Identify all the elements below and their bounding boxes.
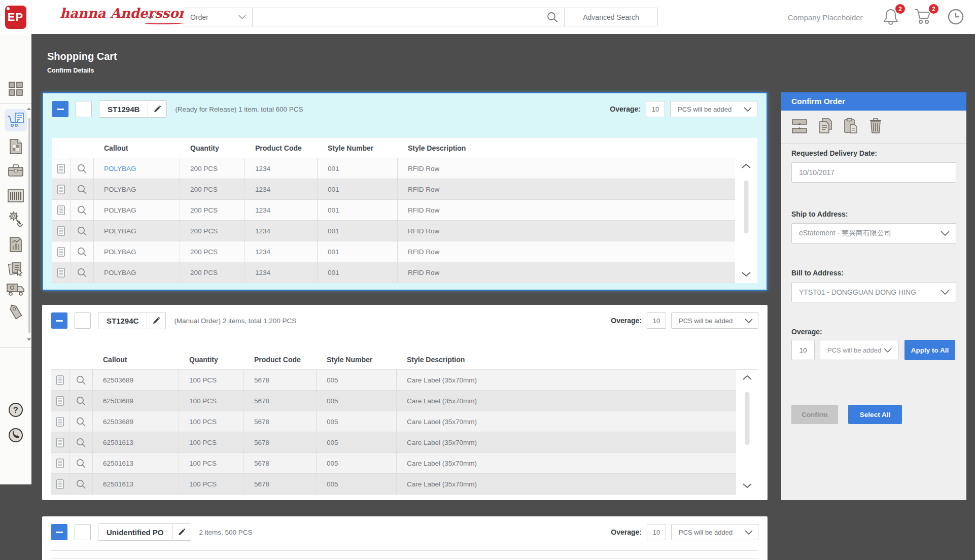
select-all-button[interactable]: Select All bbox=[848, 405, 902, 424]
row-document-icon[interactable] bbox=[56, 396, 64, 406]
edit-po-icon[interactable] bbox=[148, 105, 166, 113]
row-search-icon[interactable] bbox=[76, 438, 86, 447]
scroll-up-icon[interactable] bbox=[742, 163, 751, 168]
row-document-icon[interactable] bbox=[57, 205, 65, 215]
cart-items-table: CalloutQuantityProduct CodeStyle NumberS… bbox=[51, 349, 758, 495]
sidebar-item-shopping-cart[interactable] bbox=[5, 109, 27, 131]
po-number-field[interactable]: ST1294B bbox=[99, 100, 167, 118]
row-document-icon[interactable] bbox=[57, 164, 65, 173]
delete-icon[interactable] bbox=[868, 118, 883, 135]
search-input[interactable] bbox=[253, 8, 541, 26]
confirm-button[interactable]: Confirm bbox=[791, 405, 838, 424]
row-document-icon[interactable] bbox=[56, 438, 64, 447]
paste-icon[interactable] bbox=[843, 118, 858, 135]
search-icon[interactable] bbox=[541, 8, 564, 26]
scroll-down-icon[interactable] bbox=[742, 272, 751, 277]
table-scrollbar[interactable] bbox=[736, 370, 758, 495]
collapse-cart-button[interactable] bbox=[52, 101, 68, 117]
scrollbar-thumb[interactable] bbox=[745, 392, 750, 445]
po-number-field[interactable]: ST1294C bbox=[98, 312, 166, 329]
row-document-icon[interactable] bbox=[56, 459, 64, 468]
tag-icon bbox=[7, 304, 25, 323]
overage-unit-select[interactable]: PCS will be added bbox=[671, 312, 758, 329]
row-document-icon[interactable] bbox=[56, 417, 64, 427]
cart-select-checkbox[interactable] bbox=[75, 312, 91, 329]
row-document-icon[interactable] bbox=[57, 185, 65, 194]
overage-input[interactable] bbox=[647, 524, 666, 540]
app-logo[interactable]: EP bbox=[0, 0, 31, 34]
overage-input[interactable] bbox=[647, 312, 666, 329]
edit-po-icon[interactable] bbox=[147, 317, 165, 325]
cart-select-checkbox[interactable] bbox=[76, 101, 92, 117]
row-search-icon[interactable] bbox=[76, 396, 86, 406]
overage-input[interactable] bbox=[646, 101, 665, 117]
sidebar-item-contact[interactable] bbox=[0, 428, 31, 443]
scroll-down-icon[interactable] bbox=[743, 483, 752, 488]
row-document-icon[interactable] bbox=[57, 247, 65, 257]
brand-chevron-down-icon[interactable] bbox=[146, 15, 154, 19]
row-document-icon[interactable] bbox=[56, 375, 64, 385]
sidebar-item-help[interactable]: ? bbox=[0, 402, 31, 417]
sidebar-item-order-entry[interactable] bbox=[0, 261, 31, 277]
row-search-icon[interactable] bbox=[77, 226, 87, 236]
panel-overage-input[interactable] bbox=[791, 340, 815, 360]
cart-button[interactable]: 2 bbox=[914, 8, 933, 26]
panel-overage-label: Overage: bbox=[791, 328, 822, 336]
scroll-up-icon[interactable] bbox=[743, 375, 752, 380]
sidebar-item-settings[interactable] bbox=[0, 210, 31, 227]
search-type-select[interactable]: Order bbox=[184, 8, 253, 26]
history-button[interactable] bbox=[947, 8, 964, 27]
chevron-down-icon bbox=[238, 15, 246, 19]
cell-style_number: 005 bbox=[317, 391, 397, 411]
notifications-button[interactable]: 2 bbox=[882, 8, 899, 27]
row-search-icon[interactable] bbox=[77, 247, 87, 257]
cart-select-checkbox[interactable] bbox=[75, 524, 91, 540]
scrollbar-thumb[interactable] bbox=[744, 181, 749, 233]
row-document-icon[interactable] bbox=[56, 479, 64, 489]
row-search-icon[interactable] bbox=[76, 417, 86, 427]
cell-style_description: RFID Row bbox=[398, 179, 735, 199]
copy-icon[interactable] bbox=[818, 118, 833, 135]
collapse-cart-button[interactable] bbox=[51, 312, 67, 329]
row-search-icon[interactable] bbox=[77, 185, 87, 194]
company-name[interactable]: Company Placeholder bbox=[788, 13, 863, 22]
page-title: Shopping Cart bbox=[47, 51, 117, 62]
cell-style_description: RFID Row bbox=[398, 158, 735, 179]
advanced-search-button[interactable]: Advanced Search bbox=[564, 8, 657, 26]
overage-unit-select[interactable]: PCS will be added bbox=[671, 524, 758, 540]
bill-to-select[interactable]: YTST01 - DONGGUAN DONG HING bbox=[791, 282, 956, 302]
row-search-icon[interactable] bbox=[76, 375, 86, 385]
row-document-icon[interactable] bbox=[57, 226, 65, 236]
row-search-icon[interactable] bbox=[77, 164, 87, 173]
sidebar-item-tags[interactable] bbox=[0, 304, 31, 323]
collapse-cart-button[interactable] bbox=[51, 524, 67, 540]
sidebar-item-barcode[interactable] bbox=[0, 189, 31, 202]
sidebar-scroll-down-icon[interactable] bbox=[27, 338, 31, 341]
panel-overage-unit-select[interactable]: PCS will be added bbox=[820, 340, 898, 360]
row-search-icon[interactable] bbox=[76, 459, 86, 468]
cell-product_code: 1234 bbox=[245, 158, 318, 179]
sidebar-item-toolbox[interactable] bbox=[0, 164, 31, 178]
sidebar-item-dashboard[interactable] bbox=[0, 81, 31, 96]
table-scrollbar[interactable] bbox=[735, 158, 757, 283]
sidebar-item-shipping[interactable] bbox=[0, 283, 31, 296]
ship-to-select[interactable]: eStatement - 莞兴商有限公司 bbox=[791, 223, 956, 243]
brand-logo[interactable]: hanna Andersson bbox=[60, 6, 188, 24]
sidebar-item-reports[interactable] bbox=[0, 236, 31, 253]
sidebar-item-documents[interactable] bbox=[0, 138, 31, 155]
edit-po-icon[interactable] bbox=[172, 528, 191, 536]
cell-callout[interactable]: POLYBAG bbox=[94, 158, 180, 179]
grid-icon bbox=[8, 81, 23, 96]
overage-label: Overage: bbox=[611, 528, 642, 536]
po-number-field[interactable]: Unidentified PO bbox=[98, 523, 191, 541]
row-search-icon[interactable] bbox=[76, 479, 86, 489]
row-search-icon[interactable] bbox=[77, 268, 87, 277]
merge-icon[interactable] bbox=[791, 119, 808, 135]
sidebar-scroll-up-icon[interactable] bbox=[27, 108, 31, 110]
row-document-icon[interactable] bbox=[57, 268, 65, 277]
apply-to-all-button[interactable]: Apply to All bbox=[904, 340, 955, 360]
delivery-date-input[interactable] bbox=[791, 162, 956, 183]
row-search-icon[interactable] bbox=[77, 205, 87, 215]
ship-to-label: Ship to Address: bbox=[791, 210, 848, 218]
overage-unit-select[interactable]: PCS will be added bbox=[670, 101, 757, 117]
